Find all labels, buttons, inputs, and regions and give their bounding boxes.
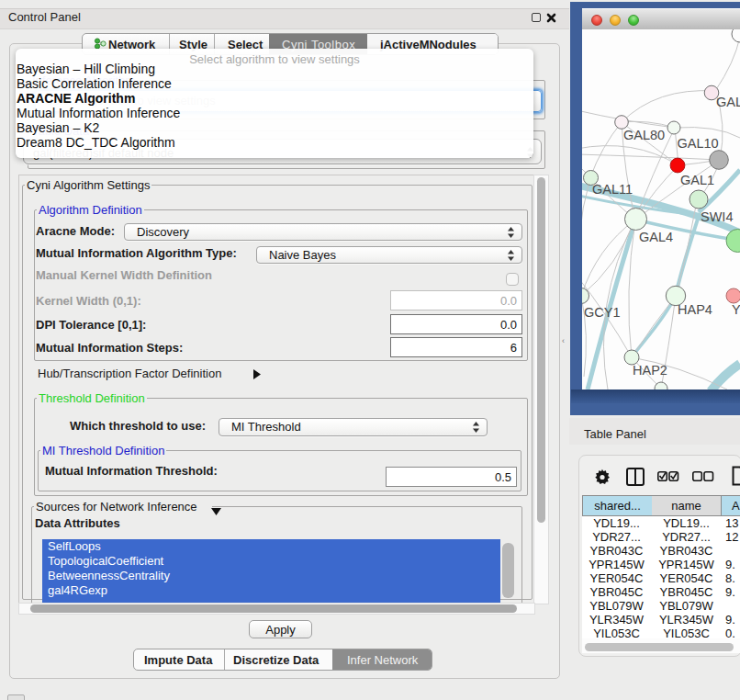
svg-text:GAL7: GAL7 <box>716 95 740 109</box>
svg-text:HAP4: HAP4 <box>678 302 712 317</box>
svg-text:GAL1: GAL1 <box>680 173 714 187</box>
svg-text:GAL10: GAL10 <box>678 136 719 151</box>
svg-text:GAL4: GAL4 <box>639 230 673 244</box>
svg-text:SWI4: SWI4 <box>701 209 733 224</box>
svg-text:GAL11: GAL11 <box>592 182 633 197</box>
svg-text:Y: Y <box>732 302 740 317</box>
svg-text:GCY1: GCY1 <box>584 305 621 320</box>
svg-text:GAL80: GAL80 <box>623 128 665 142</box>
svg-text:HAP2: HAP2 <box>633 363 667 378</box>
